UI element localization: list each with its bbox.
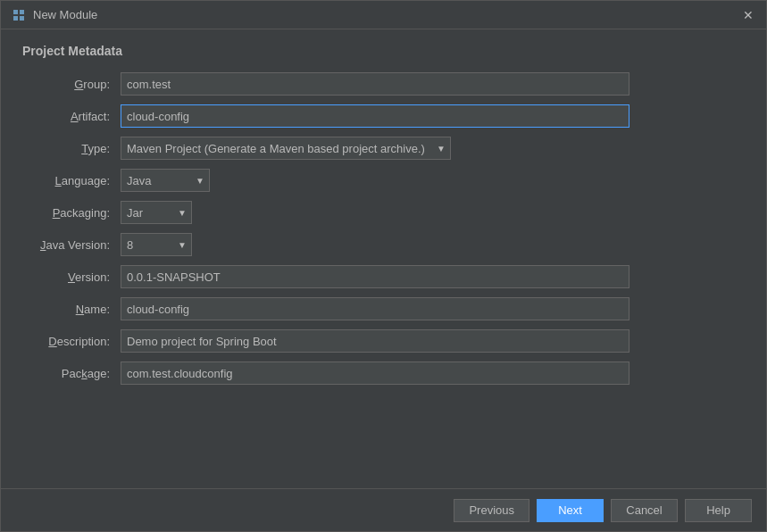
language-select[interactable]: Java Kotlin Groovy [121, 169, 210, 192]
title-bar: New Module ✕ [1, 1, 766, 29]
next-button[interactable]: Next [537, 499, 604, 522]
java-version-select[interactable]: 8 11 17 [121, 233, 192, 256]
group-row: Group: [22, 72, 745, 96]
version-label: Version: [22, 270, 121, 284]
description-row: Description: [22, 329, 745, 353]
type-row: Type: Maven Project (Generate a Maven ba… [22, 137, 745, 160]
package-input[interactable] [121, 362, 629, 385]
new-module-dialog: New Module ✕ Project Metadata Group: Art… [0, 0, 767, 532]
language-label: Language: [22, 174, 121, 187]
language-select-wrapper: Java Kotlin Groovy ▼ [121, 169, 210, 192]
dialog-title: New Module [33, 8, 97, 21]
version-row: Version: [22, 265, 745, 288]
language-row: Language: Java Kotlin Groovy ▼ [22, 169, 745, 192]
artifact-input[interactable] [121, 104, 629, 128]
dialog-content: Project Metadata Group: Artifact: Type: … [1, 29, 766, 488]
svg-rect-3 [20, 16, 24, 21]
artifact-label: Artifact: [22, 110, 121, 123]
section-title: Project Metadata [22, 44, 745, 58]
dialog-footer: Previous Next Cancel Help [1, 488, 766, 531]
artifact-row: Artifact: [22, 104, 745, 128]
group-label: Group: [22, 78, 121, 91]
packaging-row: Packaging: Jar War ▼ [22, 201, 745, 224]
close-button[interactable]: ✕ [741, 8, 755, 22]
previous-button[interactable]: Previous [454, 499, 529, 522]
packaging-select-wrapper: Jar War ▼ [121, 201, 192, 224]
cancel-button[interactable]: Cancel [611, 499, 678, 522]
group-input[interactable] [121, 72, 629, 96]
packaging-label: Packaging: [22, 206, 121, 220]
java-version-row: Java Version: 8 11 17 ▼ [22, 233, 745, 256]
description-label: Description: [22, 335, 121, 348]
name-input[interactable] [121, 297, 629, 320]
help-button[interactable]: Help [685, 499, 752, 522]
name-row: Name: [22, 297, 745, 320]
module-icon [12, 8, 26, 22]
java-version-label: Java Version: [22, 238, 121, 252]
java-version-select-wrapper: 8 11 17 ▼ [121, 233, 192, 256]
description-input[interactable] [121, 329, 629, 353]
type-select-wrapper: Maven Project (Generate a Maven based pr… [121, 137, 451, 160]
package-label: Package: [22, 367, 121, 380]
svg-rect-2 [13, 16, 18, 21]
package-row: Package: [22, 362, 745, 385]
name-label: Name: [22, 303, 121, 316]
packaging-select[interactable]: Jar War [121, 201, 192, 224]
title-bar-left: New Module [12, 8, 97, 22]
type-select[interactable]: Maven Project (Generate a Maven based pr… [121, 137, 451, 160]
svg-rect-0 [13, 10, 18, 14]
type-label: Type: [22, 142, 121, 155]
svg-rect-1 [20, 10, 24, 14]
version-input[interactable] [121, 265, 629, 288]
